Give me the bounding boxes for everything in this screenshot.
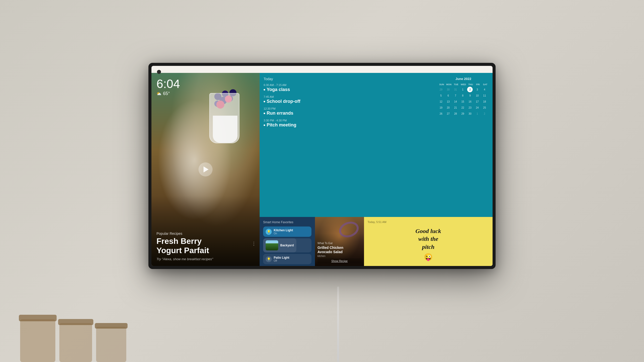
cal-day[interactable]: 9 — [467, 93, 473, 98]
cal-day[interactable]: 5 — [438, 93, 444, 98]
cal-day[interactable]: 14 — [453, 99, 458, 104]
cal-day[interactable]: 25 — [482, 105, 487, 110]
alexa-prompt: Try "Alexa, show me breakfast recipes" — [156, 257, 255, 261]
cal-day[interactable]: 30 — [467, 111, 473, 116]
cal-day[interactable]: 2 — [482, 111, 487, 116]
jar-lid — [95, 323, 128, 329]
power-cable — [337, 287, 339, 362]
event-time: 12:30 PM — [264, 107, 434, 110]
weather-display: ⛅ 65° — [156, 91, 180, 96]
event-errands[interactable]: 12:30 PM Run errands — [264, 107, 434, 116]
cal-day[interactable]: 29 — [460, 111, 466, 116]
backyard-thumbnail — [266, 240, 278, 250]
note-text: Good luckwith thepitch — [416, 227, 441, 251]
cal-day[interactable]: 17 — [474, 99, 480, 104]
event-dot — [264, 113, 265, 114]
cal-day[interactable]: 6 — [446, 93, 451, 98]
device-patio-light[interactable]: 💡 Patio Light Off — [263, 254, 311, 264]
cal-day[interactable]: 30 — [446, 87, 451, 92]
cal-day[interactable]: 7 — [453, 93, 458, 98]
day-header-sun: SUN — [438, 83, 445, 86]
device-name: Kitchen Light — [274, 229, 309, 232]
screen-content: 6:04 ⛅ 65° Popular Recipes — [151, 73, 493, 266]
recipe-category: Popular Recipes — [156, 232, 255, 236]
recipe-title: Fresh BerryYogurt Parfait — [156, 237, 255, 255]
cal-day[interactable]: 10 — [474, 93, 480, 98]
day-header-fri: FRI — [474, 83, 481, 86]
device-kitchen-light[interactable]: 💡 Kitchen Light On — [263, 227, 311, 237]
cal-day[interactable]: 8 — [460, 93, 466, 98]
event-title: Pitch meeting — [264, 122, 434, 128]
day-header-wed: WED — [460, 83, 467, 86]
cal-day[interactable]: 11 — [482, 93, 487, 98]
recipe-source: kitchen — [317, 255, 361, 257]
calendar-month-year: June 2022 — [438, 77, 489, 81]
cal-day[interactable]: 18 — [482, 99, 487, 104]
more-options[interactable]: ⋮ — [252, 241, 256, 246]
day-header-tue: TUE — [453, 83, 460, 86]
today-label: Today — [264, 77, 434, 81]
hero-time-block: 6:04 ⛅ 65° — [156, 78, 180, 96]
event-dot — [264, 124, 265, 126]
cal-day[interactable]: 29 — [438, 87, 444, 92]
smart-home-panel: Smart Home Favorites 💡 Kitchen Light On — [260, 217, 315, 266]
event-time: 7:45 AM — [264, 95, 434, 98]
device-info: Backyard — [280, 244, 294, 247]
cal-day[interactable]: 27 — [446, 111, 451, 116]
right-panels: Today 6:30 AM - 7:15 AM Yoga class 7:45 … — [260, 73, 493, 266]
glass-cup — [209, 93, 239, 143]
cal-day-today[interactable]: 2 — [467, 87, 473, 92]
calendar-grid: SUN MON TUE WED THU FRI SAT 29 30 31 — [438, 83, 489, 116]
mini-calendar: June 2022 SUN MON TUE WED THU FRI SAT — [438, 77, 489, 213]
day-header-mon: MON — [446, 83, 452, 86]
trees — [266, 243, 278, 250]
tv-frame: 6:04 ⛅ 65° Popular Recipes — [148, 63, 496, 269]
recipe-text-block: What To Eat Grilled ChickenAvocado Salad… — [315, 239, 364, 266]
cal-day[interactable]: 4 — [482, 87, 487, 92]
note-emoji: 😜 — [424, 253, 433, 261]
play-button[interactable] — [198, 162, 213, 176]
events-section: Today 6:30 AM - 7:15 AM Yoga class 7:45 … — [264, 77, 434, 213]
cal-day[interactable]: 26 — [438, 111, 444, 116]
cal-day[interactable]: 1 — [460, 87, 466, 92]
cal-day[interactable]: 19 — [438, 105, 444, 110]
cal-day[interactable]: 1 — [474, 111, 480, 116]
yogurt — [213, 116, 238, 143]
cal-day[interactable]: 16 — [467, 99, 473, 104]
cal-day[interactable]: 12 — [438, 99, 444, 104]
event-meeting[interactable]: 3:30 PM - 4:30 PM Pitch meeting — [264, 119, 434, 128]
smart-home-title: Smart Home Favorites — [263, 220, 311, 224]
jar-lid — [19, 315, 57, 321]
cal-day[interactable]: 3 — [474, 87, 480, 92]
cal-day[interactable]: 21 — [453, 105, 458, 110]
hero-text: Popular Recipes Fresh BerryYogurt Parfai… — [156, 232, 255, 261]
calendar-panel[interactable]: Today 6:30 AM - 7:15 AM Yoga class 7:45 … — [260, 73, 493, 217]
cal-day[interactable]: 22 — [460, 105, 466, 110]
device-name: Backyard — [280, 244, 294, 247]
event-school[interactable]: 7:45 AM School drop-off — [264, 95, 434, 104]
cal-day[interactable]: 24 — [474, 105, 480, 110]
cal-day[interactable]: 15 — [460, 99, 466, 104]
jar-1 — [20, 319, 55, 362]
device-backyard[interactable]: Backyard — [263, 238, 311, 252]
hero-panel[interactable]: 6:04 ⛅ 65° Popular Recipes — [151, 73, 260, 266]
jar-lid — [58, 319, 93, 325]
cal-day[interactable]: 28 — [453, 111, 458, 116]
device-status: Off — [274, 259, 309, 262]
show-recipe-button[interactable]: Show Recipe — [317, 258, 361, 263]
sticky-note-panel: Today, 5:51 AM Good luckwith thepitch 😜 — [364, 217, 493, 266]
cal-day[interactable]: 23 — [467, 105, 473, 110]
event-title: Yoga class — [264, 87, 434, 92]
recipe-panel[interactable]: What To Eat Grilled ChickenAvocado Salad… — [315, 217, 364, 266]
cal-day[interactable]: 20 — [446, 105, 451, 110]
what-to-eat-label: What To Eat — [317, 242, 361, 245]
device-name: Patio Light — [274, 256, 309, 259]
backyard-inner: Backyard — [263, 238, 296, 252]
cal-day[interactable]: 31 — [453, 87, 458, 92]
event-time: 3:30 PM - 4:30 PM — [264, 119, 434, 122]
cal-day[interactable]: 13 — [446, 99, 451, 104]
event-yoga[interactable]: 6:30 AM - 7:15 AM Yoga class — [264, 83, 434, 92]
camera-dot — [157, 70, 161, 74]
tv-screen: 6:04 ⛅ 65° Popular Recipes — [151, 66, 493, 266]
wall: 6:04 ⛅ 65° Popular Recipes — [0, 0, 644, 362]
